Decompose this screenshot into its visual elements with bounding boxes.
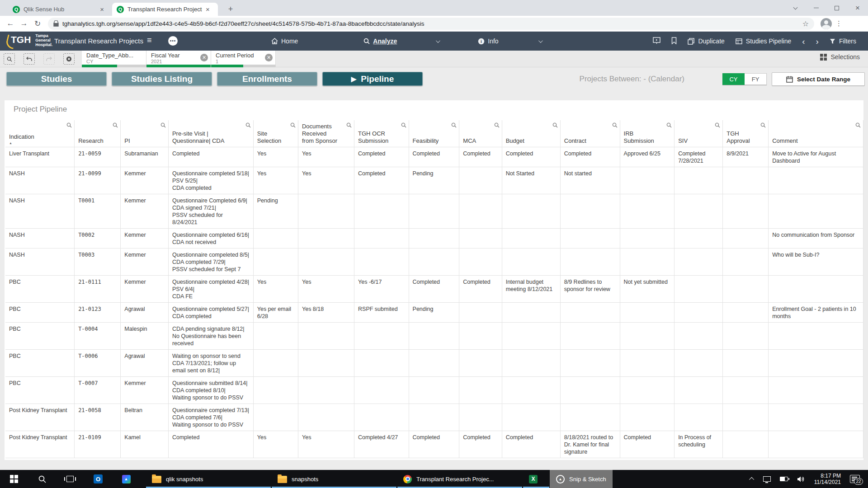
table-cell[interactable]: Kemmer (121, 249, 169, 276)
table-cell[interactable]: Yes (253, 147, 298, 167)
column-search-icon[interactable] (290, 122, 296, 130)
table-cell[interactable]: In Process of scheduling (675, 431, 723, 458)
table-cell[interactable] (620, 458, 675, 459)
table-cell[interactable] (620, 323, 675, 350)
table-cell[interactable] (723, 458, 769, 459)
table-cell[interactable]: Completed (459, 276, 502, 303)
column-search-icon[interactable] (715, 122, 720, 130)
table-cell[interactable] (253, 350, 298, 377)
sheet-tab-enrollments[interactable]: Enrollments (217, 72, 317, 86)
table-cell[interactable] (502, 303, 560, 323)
fy-toggle-button[interactable]: FY (745, 73, 767, 85)
table-cell[interactable] (409, 323, 459, 350)
table-cell[interactable]: Completed (620, 431, 675, 458)
table-cell[interactable] (409, 194, 459, 229)
table-cell[interactable] (298, 229, 354, 249)
table-cell[interactable]: Completed (459, 458, 502, 459)
table-cell[interactable] (298, 377, 354, 404)
table-cell[interactable]: Who will be Sub-I? (769, 249, 863, 276)
table-cell[interactable] (298, 404, 354, 431)
table-cell[interactable] (769, 350, 863, 377)
table-cell[interactable]: 8/18/2021 routed to Dr. Kamel for final … (560, 431, 620, 458)
table-cell[interactable]: Not started (560, 167, 620, 194)
table-cell[interactable] (298, 323, 354, 350)
table-cell[interactable]: Completed (560, 147, 620, 167)
table-cell[interactable] (769, 276, 863, 303)
table-cell[interactable] (354, 249, 409, 276)
table-cell[interactable] (560, 404, 620, 431)
table-cell[interactable]: T-0004 (75, 323, 121, 350)
table-cell[interactable]: Liver Transplant (5, 147, 75, 167)
sheet-tab-pipeline[interactable]: ▶Pipeline (322, 72, 423, 86)
table-cell[interactable] (560, 249, 620, 276)
table-cell[interactable]: Yes (298, 167, 354, 194)
table-cell[interactable]: Aldana (121, 458, 169, 459)
clear-selections-icon[interactable] (63, 53, 75, 65)
start-button[interactable] (0, 470, 28, 488)
photos-icon[interactable]: ▲ (112, 470, 140, 488)
filters-button[interactable]: Filters (830, 38, 856, 45)
profile-avatar[interactable] (821, 18, 832, 29)
table-cell[interactable] (298, 350, 354, 377)
table-cell[interactable] (354, 323, 409, 350)
table-cell[interactable]: 21-0059 (75, 147, 121, 167)
analyze-dropdown-icon[interactable] (436, 38, 440, 43)
table-cell[interactable] (723, 377, 769, 404)
table-cell[interactable] (675, 350, 723, 377)
info-dropdown-icon[interactable] (538, 38, 543, 43)
taskbar-app-qlik-snapshots[interactable]: qlik snapshots (146, 470, 271, 488)
table-cell[interactable]: Questionnaire completed 6/16| CDA not re… (168, 229, 253, 249)
table-cell[interactable] (560, 229, 620, 249)
column-search-icon[interactable] (666, 122, 672, 130)
table-cell[interactable] (502, 229, 560, 249)
volume-icon[interactable] (797, 476, 805, 483)
column-search-icon[interactable] (66, 122, 72, 130)
table-cell[interactable]: Beltran (121, 404, 169, 431)
table-cell[interactable]: T0001 (75, 194, 121, 229)
table-cell[interactable] (723, 303, 769, 323)
table-cell[interactable]: Move to Active for August Dashboard (769, 147, 863, 167)
storytelling-icon[interactable] (653, 37, 660, 46)
back-button[interactable]: ← (4, 19, 17, 28)
filter-chip-close-icon[interactable]: ✕ (200, 54, 208, 61)
browser-tab[interactable]: QTransplant Research Projects - St× (112, 3, 218, 16)
refresh-button[interactable]: ↻ (31, 19, 44, 28)
prev-sheet-icon[interactable]: ‹ (802, 37, 805, 46)
table-cell[interactable] (253, 249, 298, 276)
table-cell[interactable] (620, 404, 675, 431)
table-cell[interactable]: Completed (502, 431, 560, 458)
table-cell[interactable]: Yes (253, 167, 298, 194)
table-cell[interactable]: 21-0058 (75, 404, 121, 431)
table-cell[interactable]: NASH (5, 194, 75, 229)
table-cell[interactable]: Completed 7/28/2021 (675, 147, 723, 167)
table-cell[interactable]: Completed (354, 167, 409, 194)
table-cell[interactable] (620, 377, 675, 404)
column-search-icon[interactable] (494, 122, 500, 130)
column-search-icon[interactable] (612, 122, 618, 130)
browser-tab[interactable]: QQlik Sense Hub× (8, 3, 108, 16)
step-back-icon[interactable] (24, 53, 35, 65)
table-cell[interactable]: T-0007 (75, 377, 121, 404)
table-cell[interactable]: Yes (298, 147, 354, 167)
table-cell[interactable]: 8/9/2021 Redlined CTA with sponsor (560, 458, 620, 459)
table-cell[interactable]: CDA pending signature 8/12| No Questionn… (168, 323, 253, 350)
table-cell[interactable]: T0002 (75, 229, 121, 249)
table-cell[interactable]: RSPF submited (354, 303, 409, 323)
table-cell[interactable] (354, 350, 409, 377)
table-cell[interactable]: Questionnaire and SQV completed (168, 458, 253, 459)
table-cell[interactable]: Yes -6/17 (354, 276, 409, 303)
table-cell[interactable] (459, 249, 502, 276)
table-cell[interactable]: Approved 6/25 (620, 147, 675, 167)
maximize-button[interactable] (826, 0, 847, 16)
table-cell[interactable] (298, 194, 354, 229)
table-cell[interactable]: Internal budget meeting 8/12/2021 (502, 276, 560, 303)
table-cell[interactable] (409, 404, 459, 431)
table-cell[interactable]: Pending (502, 458, 560, 459)
table-cell[interactable] (459, 323, 502, 350)
table-cell[interactable]: Completed (354, 147, 409, 167)
battery-icon[interactable] (780, 477, 788, 481)
table-cell[interactable]: Subramanian (121, 147, 169, 167)
table-cell[interactable]: Pending (253, 194, 298, 229)
table-cell[interactable] (723, 431, 769, 458)
table-cell[interactable]: Post Kidney Transplant (5, 431, 75, 458)
